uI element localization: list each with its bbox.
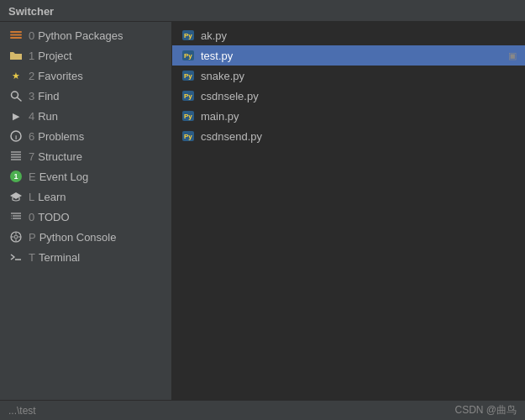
shortcut-2: 2 (29, 70, 34, 82)
pin-icon: ▣ (508, 50, 517, 61)
shortcut-t: T (29, 251, 35, 264)
svg-text:Py: Py (184, 52, 192, 60)
file-name-csdnsele-py: csdnsele.py (201, 90, 259, 102)
svg-point-18 (14, 235, 18, 239)
sidebar: 0 Python Packages 1 Project ★ 2 Favorite… (0, 22, 172, 400)
shortcut-7: 7 (29, 150, 34, 163)
file-list: Py ak.py Py test.py ▣ Py snake.p (172, 22, 525, 400)
file-item-test-py[interactable]: Py test.py ▣ (172, 45, 525, 66)
sidebar-label-learn: Learn (38, 191, 66, 203)
shortcut-0: 0 (29, 29, 34, 42)
sidebar-label-find: Find (38, 90, 59, 102)
sidebar-label-python-console: Python Console (39, 231, 117, 244)
todo-icon (8, 210, 24, 223)
sidebar-item-find[interactable]: 3 Find (0, 86, 171, 106)
python-file-icon: Py (181, 29, 196, 42)
sidebar-item-structure[interactable]: 7 Structure (0, 146, 171, 166)
sidebar-label-python-packages: Python Packages (38, 29, 123, 42)
sidebar-item-python-console[interactable]: P Python Console (0, 227, 171, 247)
file-item-ak-py[interactable]: Py ak.py (172, 25, 525, 45)
file-name-csdnsend-py: csdnsend.py (201, 130, 262, 143)
play-icon: ▶ (8, 109, 24, 123)
sidebar-item-run[interactable]: ▶ 4 Run (0, 106, 171, 126)
star-icon: ★ (8, 69, 24, 82)
folder-icon (8, 49, 24, 62)
search-icon (8, 89, 24, 102)
sidebar-label-project: Project (38, 50, 71, 62)
title-bar: Switcher (0, 0, 525, 22)
file-name-snake-py: snake.py (201, 70, 244, 82)
svg-line-4 (18, 97, 22, 101)
graduation-icon (8, 190, 24, 203)
sidebar-label-terminal: Terminal (39, 251, 80, 264)
main-content: 0 Python Packages 1 Project ★ 2 Favorite… (0, 22, 525, 400)
svg-text:Py: Py (184, 32, 192, 39)
sidebar-label-run: Run (38, 110, 58, 123)
svg-text:Py: Py (184, 72, 192, 80)
python-file-icon-main: Py (181, 109, 196, 123)
file-item-main-py[interactable]: Py main.py (172, 106, 525, 126)
status-bar: ...\test CSDN @曲鸟 (0, 400, 525, 420)
sidebar-item-project[interactable]: 1 Project (0, 45, 171, 66)
svg-text:Py: Py (184, 113, 192, 120)
status-path: ...\test (8, 405, 36, 417)
shortcut-todo-0: 0 (29, 211, 34, 223)
python-file-icon-snake: Py (181, 69, 196, 82)
shortcut-p: P (29, 231, 36, 244)
svg-rect-0 (10, 31, 22, 33)
sidebar-label-problems: Problems (38, 130, 84, 143)
python-file-icon-csdnsend: Py (181, 129, 196, 143)
file-item-snake-py[interactable]: Py snake.py (172, 66, 525, 86)
svg-text:Py: Py (184, 133, 192, 140)
sidebar-item-favorites[interactable]: ★ 2 Favorites (0, 66, 171, 86)
sidebar-label-todo: TODO (38, 211, 69, 223)
svg-text:i: i (15, 134, 17, 141)
event-log-badge-icon: 1 (8, 170, 24, 183)
file-name-test-py: test.py (201, 50, 233, 62)
shortcut-1: 1 (29, 50, 34, 62)
sidebar-item-todo[interactable]: 0 TODO (0, 207, 171, 227)
sidebar-label-event-log: Event Log (39, 171, 89, 183)
sidebar-label-structure: Structure (38, 150, 82, 163)
console-icon (8, 230, 24, 244)
file-name-ak-py: ak.py (201, 29, 227, 42)
svg-rect-2 (10, 37, 22, 39)
shortcut-e: E (29, 171, 36, 183)
sidebar-item-terminal[interactable]: T Terminal (0, 247, 171, 267)
sidebar-item-problems[interactable]: i 6 Problems (0, 126, 171, 146)
info-circle-icon: i (8, 129, 24, 143)
sidebar-label-favorites: Favorites (38, 70, 82, 82)
shortcut-l: L (29, 191, 34, 203)
svg-rect-1 (10, 34, 22, 36)
shortcut-4: 4 (29, 110, 34, 123)
svg-marker-11 (10, 192, 22, 199)
sidebar-item-learn[interactable]: L Learn (0, 186, 171, 207)
structure-icon (8, 150, 24, 163)
file-item-csdnsend-py[interactable]: Py csdnsend.py (172, 126, 525, 146)
sidebar-item-python-packages[interactable]: 0 Python Packages (0, 25, 171, 45)
python-file-icon-selected: Py (181, 49, 196, 62)
file-item-csdnsele-py[interactable]: Py csdnsele.py (172, 86, 525, 106)
window-title: Switcher (8, 5, 54, 18)
svg-text:Py: Py (184, 92, 192, 100)
layers-icon (8, 29, 24, 42)
sidebar-item-event-log[interactable]: 1 E Event Log (0, 166, 171, 186)
terminal-icon (8, 250, 24, 264)
shortcut-6: 6 (29, 130, 34, 143)
file-name-main-py: main.py (201, 110, 239, 123)
status-branding: CSDN @曲鸟 (454, 403, 517, 417)
shortcut-3: 3 (29, 90, 34, 102)
python-file-icon-csdnsele: Py (181, 89, 196, 102)
